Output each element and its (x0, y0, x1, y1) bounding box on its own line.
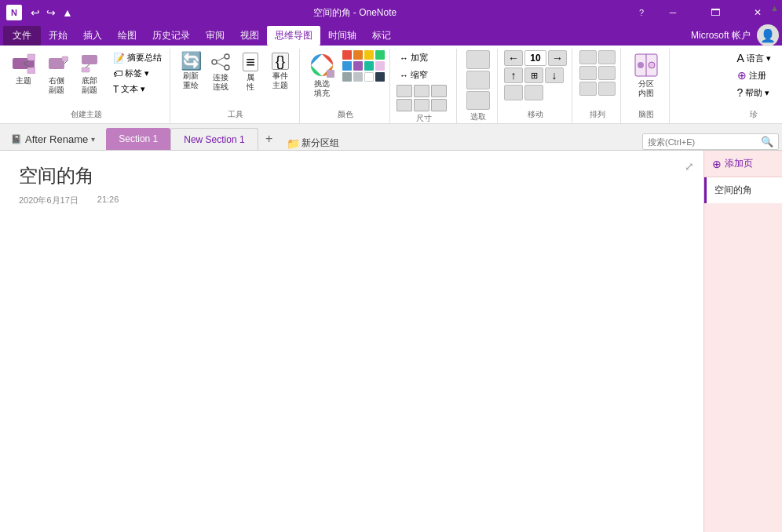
attribute-btn[interactable]: ≡ 属性 (236, 50, 265, 94)
qa-more-btn[interactable]: ▲ (60, 5, 75, 20)
layout6-btn[interactable] (431, 99, 447, 111)
redo-btn[interactable]: ↪ (44, 5, 58, 20)
summary-btn[interactable]: 📝 摘要总结 (110, 50, 165, 65)
color-purple[interactable] (353, 61, 363, 71)
color-yellow[interactable] (364, 50, 374, 60)
move-buttons: ← 10 → ↑ ⊞ ↓ (504, 50, 567, 107)
divmap-btn[interactable]: 分区内图 (630, 50, 662, 100)
arrange-btn4[interactable] (598, 66, 616, 80)
page-item-1[interactable]: 空间的角 (704, 177, 782, 203)
undo-btn[interactable]: ↩ (28, 5, 42, 20)
layout5-btn[interactable] (414, 99, 429, 111)
right-sub-btn[interactable]: 右侧副题 (41, 50, 72, 97)
add-page-btn[interactable]: ⊕ 添加页 (704, 151, 782, 177)
text-btn[interactable]: T 文本 ▾ (110, 82, 165, 97)
layout1-btn[interactable] (396, 85, 412, 97)
select-btn2[interactable] (466, 71, 490, 89)
create-topic-buttons: 主题 右侧副题 (8, 50, 165, 107)
select-buttons (466, 50, 490, 110)
move-right-btn[interactable]: → (548, 50, 567, 66)
create-topic-label: 创建主题 (71, 107, 102, 120)
help-btn[interactable]: ? (634, 6, 649, 19)
expand-btn[interactable]: ⤢ (685, 160, 694, 173)
move-up-btn[interactable]: ↑ (504, 67, 523, 83)
section-group-tab[interactable]: 📁 新分区组 (280, 137, 345, 150)
menu-insert[interactable]: 插入 (75, 26, 110, 46)
move-left-btn[interactable]: ← (504, 50, 523, 66)
menu-view[interactable]: 视图 (232, 26, 267, 46)
arrange-btn6[interactable] (598, 82, 616, 96)
move-extra3[interactable] (524, 85, 543, 100)
svg-point-11 (212, 60, 217, 64)
color-green[interactable] (375, 50, 385, 60)
collapse-ribbon-btn[interactable]: ▲ (770, 3, 779, 13)
shrink-width-btn[interactable]: ↔ 缩窄 (396, 67, 431, 82)
layout3-btn[interactable] (431, 85, 447, 97)
arrange-btn1[interactable] (579, 50, 597, 64)
ribbon-toolbar: 主题 右侧副题 (0, 46, 782, 124)
minimize-btn[interactable]: ─ (655, 0, 691, 25)
bottom-sub-label: 底部副题 (82, 76, 97, 95)
register-icon: ⊕ (737, 69, 747, 82)
move-extra2[interactable] (504, 85, 523, 100)
notebook-name[interactable]: 📓 After Rename ▾ (3, 129, 103, 150)
color-blue[interactable] (342, 61, 352, 71)
add-tab-btn[interactable]: + (258, 128, 280, 150)
refresh-btn[interactable]: 🔄 刷新重绘 (177, 50, 205, 93)
connect-btn[interactable]: 连接连线 (206, 50, 235, 94)
new-section-tab[interactable]: New Section 1 (170, 128, 258, 150)
user-account[interactable]: Microsoft 帐户 (691, 29, 751, 42)
main-topic-btn[interactable]: 主题 (8, 50, 39, 88)
menu-history[interactable]: 历史记录 (144, 26, 198, 46)
layout2-btn[interactable] (414, 85, 429, 97)
color-orange[interactable] (353, 50, 363, 60)
tag-btn[interactable]: 🏷 标签 ▾ (110, 66, 165, 81)
menu-mindmap[interactable]: 思维导图 (267, 26, 320, 46)
svg-rect-8 (82, 55, 97, 64)
menu-review[interactable]: 审阅 (198, 26, 232, 46)
page-time: 21:26 (97, 195, 119, 206)
menu-home[interactable]: 开始 (41, 26, 75, 46)
expand-width-btn[interactable]: ↔ 加宽 (396, 50, 431, 65)
event-topic-label: 事件主题 (272, 71, 288, 90)
color-pink[interactable] (375, 61, 385, 71)
onenote-logo-icon: N (6, 5, 22, 20)
move-extra1[interactable]: ⊞ (524, 67, 543, 83)
layout4-btn[interactable] (396, 99, 412, 111)
register-btn[interactable]: ⊕ 注册 (734, 67, 769, 83)
color-gray[interactable] (342, 72, 352, 82)
help-ribbon-btn[interactable]: ? 帮助 ▾ (734, 85, 773, 100)
size-value[interactable]: 10 (524, 50, 546, 66)
menu-draw[interactable]: 绘图 (110, 26, 144, 46)
pick-fill-btn[interactable]: 挑选填充 (306, 50, 338, 100)
select-btn3[interactable] (466, 91, 490, 110)
menu-timeline[interactable]: 时间轴 (320, 26, 364, 46)
arrange-btn3[interactable] (579, 66, 597, 80)
event-topic-btn[interactable]: {} 事件主题 (266, 50, 294, 93)
arrange-btn2[interactable] (598, 50, 616, 64)
menu-file[interactable]: 文件 (3, 26, 41, 46)
svg-point-12 (225, 54, 229, 59)
menu-tag[interactable]: 标记 (364, 26, 399, 46)
move-down-btn[interactable]: ↓ (545, 67, 564, 83)
color-lightgray[interactable] (353, 72, 363, 82)
color-teal[interactable] (364, 61, 374, 71)
restore-btn[interactable]: 🗖 (697, 0, 733, 25)
color-red[interactable] (342, 50, 352, 60)
search-input[interactable] (648, 137, 758, 147)
color-dark[interactable] (375, 72, 385, 82)
tabs-bar: 📓 After Rename ▾ Section 1 New Section 1… (0, 124, 782, 151)
select-label: 选取 (470, 110, 486, 122)
color-white[interactable] (364, 72, 374, 82)
bottom-sub-btn[interactable]: 底部副题 (74, 50, 105, 97)
page-item-1-title: 空间的角 (714, 184, 752, 195)
search-box[interactable]: 🔍 (642, 133, 779, 150)
tools-label: 工具 (228, 107, 243, 120)
arrange-buttons (579, 50, 616, 107)
search-icon[interactable]: 🔍 (761, 136, 773, 148)
section1-tab[interactable]: Section 1 (106, 128, 170, 150)
arrange-btn5[interactable] (579, 82, 597, 96)
user-avatar: 👤 (760, 28, 776, 43)
language-btn[interactable]: A 语言 ▾ (734, 50, 774, 66)
select-btn1[interactable] (466, 50, 490, 69)
